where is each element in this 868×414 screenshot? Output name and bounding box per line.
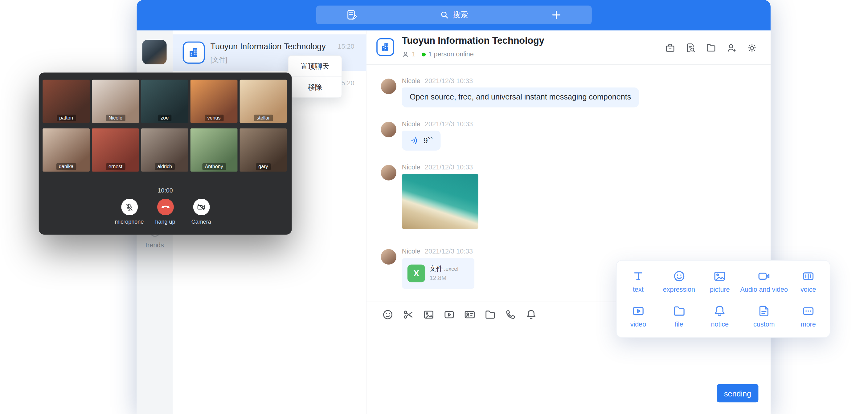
- participant-name: venus: [205, 115, 223, 121]
- trends-label: trends: [137, 241, 173, 249]
- message-time: 2021/12/3 10:33: [425, 77, 473, 85]
- member-count: 1: [412, 51, 415, 58]
- emoji-icon: [382, 309, 394, 321]
- participant-tile[interactable]: aldrich: [141, 128, 188, 171]
- participant-name: Anthony: [202, 163, 226, 170]
- camera-label: Camera: [191, 219, 211, 225]
- feature-audio-video[interactable]: Audio and video: [740, 264, 788, 299]
- message-meta: Nicole2021/12/3 10:33: [402, 163, 473, 171]
- text-icon: [631, 269, 645, 283]
- settings-gear-icon: [747, 42, 757, 53]
- message-time: 2021/12/3 10:33: [425, 163, 473, 171]
- camera-button[interactable]: Camera: [185, 199, 218, 225]
- menu-item-pin-chat[interactable]: 置顶聊天: [288, 56, 342, 76]
- chat-header: Tuoyun Information Technology 1 1 person…: [367, 31, 771, 65]
- microphone-button[interactable]: microphone: [113, 199, 146, 225]
- profile-avatar[interactable]: [143, 40, 167, 64]
- feature-expression[interactable]: expression: [659, 264, 700, 299]
- notice-button[interactable]: [525, 309, 537, 321]
- search-document-icon: [685, 42, 696, 53]
- send-video-button[interactable]: [443, 309, 455, 321]
- participant-tile[interactable]: venus: [190, 80, 238, 123]
- storage-box-icon: [665, 42, 675, 53]
- voice-duration: 9``: [424, 136, 433, 145]
- emoji-button[interactable]: [382, 309, 394, 321]
- id-card-icon: [464, 309, 475, 321]
- participant-name: ernest: [106, 163, 125, 170]
- storage-box-button[interactable]: [665, 42, 675, 53]
- file-extension: .excel: [444, 265, 458, 272]
- feature-voice[interactable]: voice: [788, 264, 829, 299]
- online-status: 1 person online: [428, 51, 473, 58]
- file-message-card[interactable]: X 文件.excel 12.8M: [402, 258, 474, 289]
- screenshot-button[interactable]: [403, 309, 414, 321]
- participant-tile[interactable]: Anthony: [190, 128, 238, 171]
- feature-picture[interactable]: picture: [700, 264, 740, 299]
- call-button[interactable]: [505, 309, 517, 321]
- message-avatar[interactable]: [381, 165, 396, 180]
- add-member-icon: [726, 42, 737, 53]
- hangup-icon: [160, 202, 170, 212]
- sender-name: Nicole: [402, 247, 421, 255]
- feature-file[interactable]: file: [659, 299, 700, 333]
- add-button[interactable]: [551, 9, 562, 21]
- folder-icon: [706, 42, 716, 53]
- participant-tile[interactable]: ernest: [92, 128, 139, 171]
- text-message-bubble: Open source, free, and universal instant…: [402, 88, 639, 107]
- members-icon: [402, 51, 409, 58]
- message-time: 2021/12/3 10:33: [425, 247, 473, 255]
- sender-name: Nicole: [402, 77, 421, 85]
- message-avatar[interactable]: [381, 122, 396, 137]
- video-icon: [443, 309, 455, 321]
- participant-name: zoe: [158, 115, 172, 121]
- participant-tile[interactable]: stellar: [240, 80, 287, 123]
- company-avatar: [183, 41, 205, 64]
- participant-grid: patton Nicole zoe venus stellar danika e…: [42, 80, 287, 171]
- participant-tile[interactable]: zoe: [141, 80, 188, 123]
- send-button[interactable]: sending: [717, 384, 758, 402]
- image-icon: [423, 309, 435, 321]
- feature-video[interactable]: video: [618, 299, 658, 333]
- send-card-button[interactable]: [464, 309, 475, 321]
- message-avatar[interactable]: [381, 78, 396, 94]
- group-files-button[interactable]: [706, 42, 716, 53]
- search-label: 搜索: [453, 10, 468, 20]
- participant-tile[interactable]: Nicole: [92, 80, 139, 123]
- send-file-button[interactable]: [484, 309, 496, 321]
- menu-item-remove[interactable]: 移除: [288, 76, 342, 97]
- sender-name: Nicole: [402, 163, 421, 171]
- participant-name: Nicole: [106, 115, 125, 121]
- conversation-time: 15:20: [338, 42, 354, 50]
- chat-history-search-button[interactable]: [685, 42, 696, 53]
- building-icon: [188, 46, 200, 59]
- feature-more[interactable]: more: [788, 299, 829, 333]
- feature-custom[interactable]: custom: [740, 299, 788, 333]
- phone-icon: [505, 309, 517, 321]
- feature-text[interactable]: text: [618, 264, 658, 299]
- participant-tile[interactable]: gary: [240, 128, 287, 171]
- chat-meta: 1 1 person online: [402, 51, 474, 58]
- participant-tile[interactable]: danika: [42, 128, 90, 171]
- message-text: Open source, free, and universal instant…: [410, 92, 631, 101]
- message-meta: Nicole2021/12/3 10:33: [402, 77, 473, 85]
- custom-document-icon: [757, 304, 771, 318]
- video-call-window: patton Nicole zoe venus stellar danika e…: [39, 72, 292, 234]
- image-message-beach[interactable]: [402, 174, 478, 229]
- add-member-button[interactable]: [726, 42, 737, 53]
- feature-notice[interactable]: notice: [700, 299, 740, 333]
- send-image-button[interactable]: [423, 309, 435, 321]
- plus-icon: [551, 9, 562, 21]
- message-avatar[interactable]: [381, 249, 396, 264]
- feature-panel: text expression picture Audio and video: [616, 260, 830, 338]
- search-bar[interactable]: 搜索: [316, 5, 591, 24]
- context-menu: 置顶聊天 移除: [288, 56, 342, 98]
- participant-tile[interactable]: patton: [42, 80, 90, 123]
- camera-off-icon: [197, 202, 206, 212]
- voice-message-bubble[interactable]: 9``: [402, 131, 441, 151]
- call-controls: microphone hang up Camer: [39, 199, 292, 225]
- video-play-icon: [631, 304, 645, 318]
- hangup-button[interactable]: hang up: [149, 199, 182, 225]
- settings-button[interactable]: [747, 42, 757, 53]
- message-meta: Nicole2021/12/3 10:33: [402, 247, 473, 255]
- input-toolbar: [382, 309, 537, 321]
